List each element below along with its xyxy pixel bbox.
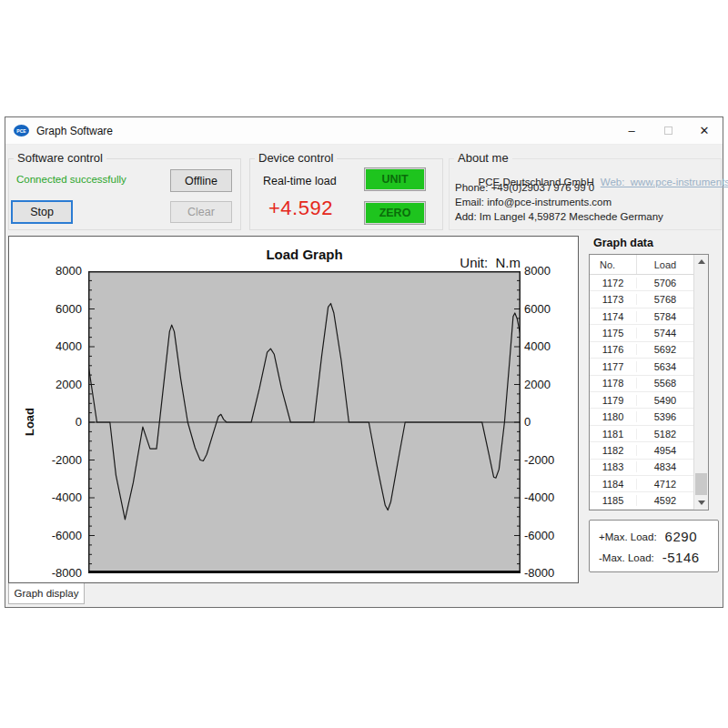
- cell-no: 1185: [590, 495, 637, 506]
- column-header-load: Load: [637, 259, 693, 270]
- cell-load: 5182: [637, 429, 693, 440]
- y-axis-tick-label: 0: [13, 414, 82, 430]
- maximize-icon: [664, 126, 672, 135]
- graph-data-table: No. Load 1172570611735768117457841175574…: [589, 254, 709, 511]
- y-axis-ticks-left: 80006000400020000-2000-4000-6000-8000: [13, 237, 82, 582]
- scroll-down-button[interactable]: [694, 496, 708, 510]
- email-line: Email: info@pce-instruments.com: [455, 197, 612, 207]
- column-header-no: No.: [590, 255, 637, 274]
- y-axis-tick-label: 8000: [524, 263, 577, 279]
- table-row[interactable]: 11795490: [590, 392, 693, 409]
- cell-load: 4954: [637, 445, 693, 456]
- page-background: PCE Graph Software – ✕ Software control …: [0, 0, 728, 728]
- table-row[interactable]: 11755744: [590, 325, 693, 341]
- y-axis-tick-label: 6000: [13, 301, 82, 318]
- y-axis-tick-label: 0: [524, 414, 577, 430]
- table-row[interactable]: 11815182: [590, 426, 693, 442]
- max-negative-value: -5146: [662, 550, 700, 565]
- cell-load: 5396: [637, 411, 693, 422]
- y-axis-tick-label: 2000: [524, 377, 577, 393]
- table-row[interactable]: 11824954: [590, 442, 693, 459]
- about-label: About me: [454, 151, 512, 165]
- window-title: Graph Software: [36, 125, 113, 137]
- y-axis-ticks-right: 80006000400020000-2000-4000-6000-8000: [524, 237, 577, 582]
- unit-button[interactable]: UNIT: [364, 167, 426, 191]
- cell-no: 1176: [590, 344, 637, 355]
- realtime-load-value: +4.592: [268, 197, 333, 220]
- table-row[interactable]: 11745784: [590, 308, 693, 325]
- cell-load: 4712: [637, 479, 693, 490]
- minimize-button[interactable]: –: [613, 117, 650, 144]
- max-positive-line: +Max. Load: 6290: [599, 526, 718, 547]
- software-control-label: Software control: [14, 151, 106, 165]
- load-graph-plot: [88, 271, 521, 573]
- address-line: Add: Im Langel 4,59872 Meschede Germany: [455, 211, 663, 222]
- offline-button[interactable]: Offline: [170, 169, 232, 192]
- app-window: PCE Graph Software – ✕ Software control …: [5, 116, 723, 608]
- cell-load: 5744: [637, 328, 693, 339]
- cell-no: 1180: [590, 411, 637, 422]
- table-row[interactable]: 11844712: [590, 476, 693, 492]
- y-axis-tick-label: -2000: [524, 452, 577, 469]
- table-row[interactable]: 11854592: [590, 492, 693, 509]
- table-row[interactable]: 11735768: [590, 291, 693, 308]
- cell-load: 5768: [637, 294, 693, 305]
- table-body: 1172570611735768117457841175574411765692…: [590, 275, 693, 510]
- cell-no: 1173: [590, 294, 637, 305]
- y-axis-tick-label: 6000: [524, 301, 577, 318]
- table-header: No. Load: [590, 255, 708, 275]
- y-axis-tick-label: -4000: [13, 490, 82, 506]
- cell-load: 5692: [637, 344, 693, 355]
- cell-load: 5490: [637, 395, 693, 406]
- table-row[interactable]: 11805396: [590, 409, 693, 425]
- clear-button[interactable]: Clear: [170, 201, 232, 223]
- y-axis-tick-label: -6000: [524, 528, 577, 544]
- zero-button[interactable]: ZERO: [364, 201, 426, 225]
- cell-no: 1182: [590, 445, 637, 456]
- max-load-box: +Max. Load: 6290 -Max. Load: -5146: [589, 520, 719, 572]
- cell-load: 4834: [637, 461, 693, 472]
- maximize-button[interactable]: [650, 117, 686, 144]
- y-axis-tick-label: -8000: [13, 565, 82, 581]
- y-axis-tick-label: 8000: [13, 263, 82, 279]
- max-negative-label: -Max. Load:: [599, 552, 654, 563]
- table-row[interactable]: 11785568: [590, 376, 693, 392]
- cell-no: 1184: [590, 479, 637, 490]
- titlebar: PCE Graph Software – ✕: [5, 117, 723, 145]
- stop-button[interactable]: Stop: [11, 200, 73, 224]
- y-axis-tick-label: -8000: [524, 565, 577, 581]
- cell-no: 1175: [590, 328, 637, 339]
- scrollbar-thumb[interactable]: [695, 473, 707, 495]
- cell-load: 5706: [637, 278, 693, 288]
- max-positive-label: +Max. Load:: [599, 531, 657, 542]
- web-link[interactable]: Web: www.pce-instruments.com: [601, 177, 728, 187]
- table-row[interactable]: 11834834: [590, 460, 693, 476]
- graph-data-title: Graph data: [593, 237, 653, 249]
- device-control-label: Device control: [255, 151, 337, 165]
- close-button[interactable]: ✕: [686, 117, 723, 144]
- cell-no: 1177: [590, 361, 637, 372]
- scroll-up-button[interactable]: [694, 255, 708, 268]
- max-negative-line: -Max. Load: -5146: [599, 547, 718, 568]
- arrow-down-icon: [698, 500, 705, 505]
- cell-no: 1178: [590, 378, 637, 389]
- tab-graph-display[interactable]: Graph display: [8, 583, 85, 604]
- y-axis-tick-label: 4000: [524, 339, 577, 355]
- app-icon: PCE: [14, 125, 29, 136]
- table-scrollbar[interactable]: [693, 255, 708, 510]
- y-axis-tick-label: 2000: [13, 377, 82, 393]
- table-row[interactable]: 11775634: [590, 359, 693, 375]
- cell-no: 1172: [590, 278, 637, 288]
- table-row[interactable]: 11765692: [590, 342, 693, 359]
- cell-no: 1181: [590, 429, 637, 440]
- arrow-up-icon: [698, 259, 705, 264]
- cell-no: 1174: [590, 311, 637, 322]
- window-controls: – ✕: [613, 117, 723, 144]
- unit-label: Unit: N.m: [382, 255, 521, 270]
- realtime-load-label: Real-time load: [263, 175, 337, 187]
- cell-no: 1183: [590, 461, 637, 472]
- device-control-group: Device control Real-time load +4.592 UNI…: [249, 158, 443, 230]
- table-row[interactable]: 11725706: [590, 275, 693, 291]
- software-control-group: Software control Connected successfully …: [8, 158, 241, 230]
- y-axis-tick-label: -6000: [13, 528, 82, 544]
